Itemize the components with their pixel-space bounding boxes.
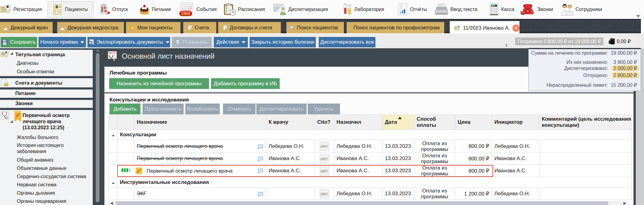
svg-text:W: W xyxy=(89,41,92,45)
svg-text:cito!: cito! xyxy=(181,11,190,16)
